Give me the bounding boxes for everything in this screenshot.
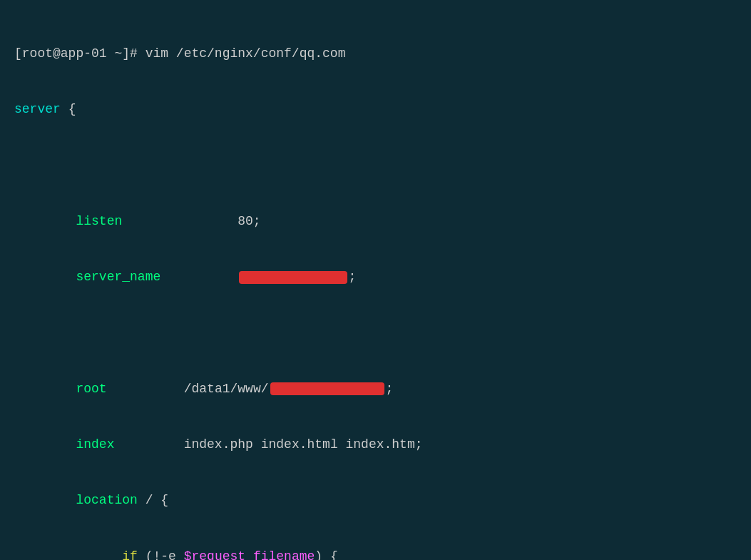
listen-line: listen 80; [14,212,737,230]
server-name-line: server_name ; [14,268,737,286]
server-open-line: server { [14,100,737,118]
root-line: root /data1/www/ ; [14,380,737,398]
if-condition-line: if (!-e $request_filename) { [14,547,737,560]
terminal-window: [root@app-01 ~]# vim /etc/nginx/conf/qq.… [14,7,737,560]
header-line: [root@app-01 ~]# vim /etc/nginx/conf/qq.… [14,44,737,63]
code-editor: [root@app-01 ~]# vim /etc/nginx/conf/qq.… [14,7,737,560]
index-line: index index.php index.html index.htm; [14,435,737,454]
location-slash-line: location / { [14,491,737,509]
